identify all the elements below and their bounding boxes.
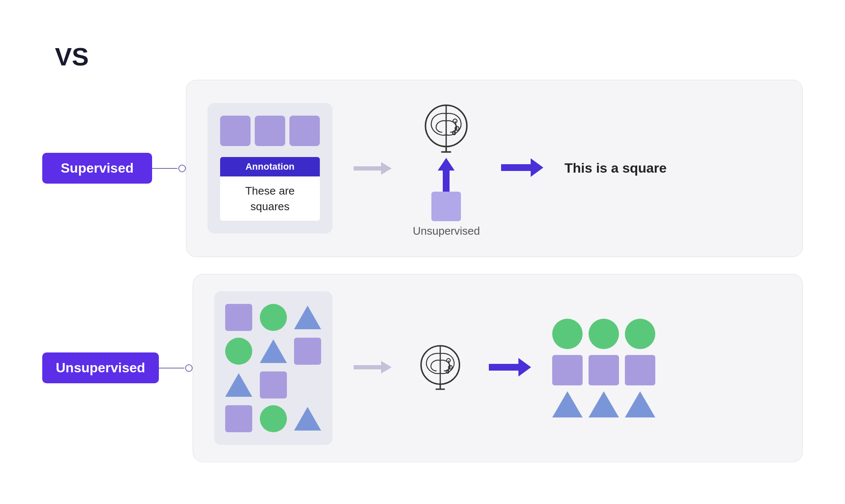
supervised-data-card: Annotation These aresquares [207,103,333,233]
brain-icon-2 [413,340,468,395]
square-3 [289,116,320,146]
shapes-grid [214,291,333,445]
brain-icon [417,99,476,158]
out-sq-3 [625,355,655,385]
gray-arrow-icon-2 [354,361,392,374]
shape-empty [294,371,321,398]
shape-circle-1 [260,304,287,331]
shape-triangle-4 [294,407,321,431]
out-triangle-2 [589,391,619,417]
out-circle-3 [625,319,655,349]
svg-marker-12 [354,361,392,374]
supervised-row: Supervised Annotation These aresquares [42,80,803,257]
output-grid [552,319,655,417]
blue-arrow-icon-2 [489,358,531,377]
square-2 [255,116,285,146]
out-triangle-1 [552,391,583,417]
main-container: VS Supervised Annotation These aresquare… [42,42,803,462]
supervised-connector-circle [178,165,186,172]
gray-arrow-icon [354,162,392,175]
brain-section-supervised: Unsupervised [413,99,480,238]
shape-sq-1 [225,304,252,331]
annotation-wrapper: Annotation These aresquares [220,157,320,221]
svg-marker-10 [438,158,455,192]
up-arrow-icon [438,158,455,192]
out-triangle-3 [625,391,655,417]
shape-triangle-1 [294,306,321,329]
squares-row [220,116,320,146]
gray-arrow-wrapper [354,162,392,175]
shape-sq-3 [260,371,287,398]
brain-section-unsupervised [413,340,468,396]
out-circle-2 [589,319,619,349]
unsupervised-badge: Unsupervised [42,352,159,383]
unsupervised-label: Unsupervised [413,225,480,238]
square-1 [220,116,251,146]
unsupervised-connector-circle [185,364,193,372]
unsupervised-row: Unsupervised [42,274,803,462]
shape-triangle-3 [225,373,252,397]
supervised-panel: Annotation These aresquares [186,80,803,257]
out-sq-1 [552,355,583,385]
gray-arrow-wrapper-2 [354,361,392,375]
vs-label: VS [55,42,89,71]
blue-arrow-wrapper [501,158,543,179]
shape-sq-2 [294,338,321,365]
svg-marker-22 [489,358,531,377]
unsupervised-input-square [431,192,461,221]
shape-circle-3 [260,405,287,432]
output-text: This is a square [564,160,667,177]
out-circle-1 [552,319,583,349]
shape-triangle-2 [260,339,287,363]
shape-sq-4 [225,405,252,432]
svg-marker-0 [354,162,392,175]
shape-circle-2 [225,338,252,365]
blue-arrow-wrapper-2 [489,358,531,378]
annotation-title: Annotation [220,157,320,176]
supervised-badge: Supervised [42,153,152,184]
blue-arrow-icon [501,158,543,177]
out-sq-2 [589,355,619,385]
annotation-text: These aresquares [220,176,320,221]
unsupervised-panel [193,274,803,462]
svg-point-7 [453,132,456,135]
svg-marker-11 [501,158,543,177]
